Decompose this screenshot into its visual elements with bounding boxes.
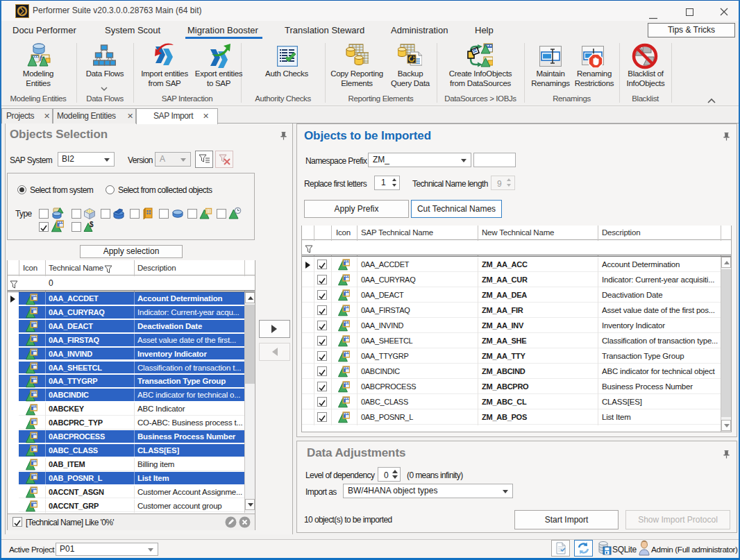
svg-text:$: $ — [90, 221, 94, 228]
